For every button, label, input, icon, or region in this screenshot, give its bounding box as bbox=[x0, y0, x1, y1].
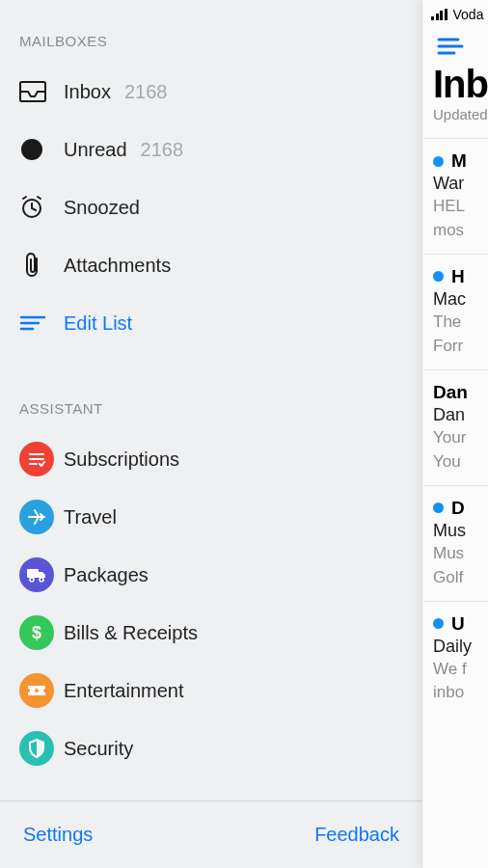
message-snippet: mos bbox=[433, 220, 488, 242]
svg-rect-8 bbox=[27, 569, 39, 578]
sidebar-item-security[interactable]: Security bbox=[19, 719, 403, 777]
message-snippet: inbo bbox=[433, 682, 488, 704]
edit-list-label: Edit List bbox=[64, 312, 132, 335]
message-snippet: You bbox=[433, 451, 488, 474]
message-snippet: The bbox=[433, 312, 488, 334]
sidebar-item-snoozed[interactable]: Snoozed bbox=[19, 178, 403, 236]
svg-point-10 bbox=[40, 578, 43, 582]
signal-icon bbox=[431, 9, 447, 20]
sidebar-item-unread[interactable]: Unread 2168 bbox=[19, 121, 403, 178]
sidebar-item-subscriptions[interactable]: Subscriptions bbox=[19, 430, 403, 488]
svg-point-12 bbox=[35, 689, 39, 692]
inbox-count: 2168 bbox=[124, 81, 168, 103]
unread-dot-icon bbox=[433, 502, 444, 513]
status-bar: Voda bbox=[423, 0, 488, 25]
inbox-icon bbox=[19, 81, 64, 102]
sidebar-item-bills[interactable]: $ Bills & Receipts bbox=[19, 604, 403, 662]
message-row[interactable]: DanDanYourYou bbox=[423, 369, 488, 485]
message-subject: Mac bbox=[433, 289, 488, 310]
inbox-label: Inbox bbox=[64, 81, 111, 103]
sidebar-item-entertainment[interactable]: Entertainment bbox=[19, 662, 403, 719]
unread-count: 2168 bbox=[141, 139, 184, 161]
attachments-label: Attachments bbox=[64, 255, 171, 277]
page-title: Inb bbox=[433, 64, 488, 104]
unread-label: Unread bbox=[64, 139, 127, 161]
message-snippet: Mus bbox=[433, 543, 488, 565]
snoozed-label: Snoozed bbox=[64, 197, 140, 219]
plane-icon bbox=[19, 500, 64, 534]
message-subject: Mus bbox=[433, 521, 488, 541]
clock-icon bbox=[19, 195, 64, 220]
menu-icon[interactable] bbox=[437, 37, 464, 58]
message-sender: U bbox=[451, 613, 465, 635]
message-snippet: We f bbox=[433, 659, 488, 681]
edit-list-icon bbox=[19, 314, 64, 332]
message-sender: Dan bbox=[433, 382, 468, 403]
carrier-label: Voda bbox=[453, 7, 484, 22]
page-subtitle: Updated bbox=[433, 106, 488, 122]
message-sender: H bbox=[451, 266, 465, 287]
message-snippet: HEL bbox=[433, 196, 488, 218]
bills-label: Bills & Receipts bbox=[64, 622, 198, 644]
message-row[interactable]: UDailyWe finbo bbox=[423, 601, 488, 717]
security-label: Security bbox=[64, 738, 133, 760]
message-snippet: Forr bbox=[433, 336, 488, 358]
message-row[interactable]: MWarHELmos bbox=[423, 138, 488, 254]
settings-button[interactable]: Settings bbox=[23, 824, 93, 846]
sidebar-item-edit-list[interactable]: Edit List bbox=[19, 294, 403, 352]
unread-dot-icon bbox=[433, 618, 444, 629]
subscriptions-label: Subscriptions bbox=[64, 448, 179, 471]
feedback-button[interactable]: Feedback bbox=[314, 824, 399, 846]
paperclip-icon bbox=[19, 252, 64, 279]
message-subject: Daily bbox=[433, 637, 488, 657]
sidebar-item-inbox[interactable]: Inbox 2168 bbox=[19, 63, 403, 121]
message-list: MWarHELmosHMacTheForrDanDanYourYouDMusMu… bbox=[423, 138, 488, 716]
unread-dot-icon bbox=[433, 271, 444, 282]
message-row[interactable]: DMusMusGolf bbox=[423, 485, 488, 601]
dollar-icon: $ bbox=[19, 615, 64, 650]
svg-text:$: $ bbox=[32, 623, 41, 642]
ticket-icon bbox=[19, 673, 64, 708]
message-subject: Dan bbox=[433, 405, 488, 425]
message-sender: M bbox=[451, 150, 467, 172]
sidebar: MAILBOXES Inbox 2168 Unread 2168 bbox=[0, 0, 422, 868]
mailboxes-header: MAILBOXES bbox=[19, 33, 403, 49]
assistant-header: ASSISTANT bbox=[19, 400, 403, 417]
travel-label: Travel bbox=[64, 506, 117, 529]
sidebar-item-travel[interactable]: Travel bbox=[19, 488, 403, 546]
message-subject: War bbox=[433, 174, 488, 194]
entertainment-label: Entertainment bbox=[64, 680, 184, 702]
sidebar-item-attachments[interactable]: Attachments bbox=[19, 236, 403, 294]
message-snippet: Golf bbox=[433, 567, 488, 589]
subscriptions-icon bbox=[19, 442, 64, 476]
shield-icon bbox=[19, 731, 64, 766]
message-sender: D bbox=[451, 498, 465, 519]
content-panel[interactable]: Voda Inb Updated MWarHELmosHMacTheForrDa… bbox=[422, 0, 488, 868]
sidebar-scroll: MAILBOXES Inbox 2168 Unread 2168 bbox=[0, 0, 422, 800]
unread-dot-icon bbox=[433, 156, 444, 167]
unread-dot-icon bbox=[19, 139, 64, 160]
sidebar-item-packages[interactable]: Packages bbox=[19, 546, 403, 604]
message-row[interactable]: HMacTheForr bbox=[423, 254, 488, 369]
truck-icon bbox=[19, 557, 64, 592]
svg-point-9 bbox=[30, 578, 34, 582]
packages-label: Packages bbox=[64, 564, 149, 586]
sidebar-footer: Settings Feedback bbox=[0, 800, 422, 868]
message-snippet: Your bbox=[433, 427, 488, 449]
